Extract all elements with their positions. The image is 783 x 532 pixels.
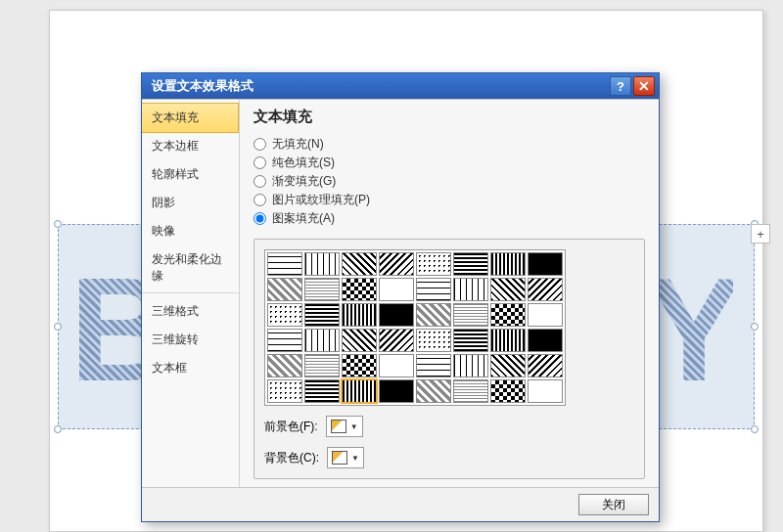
pattern-swatch[interactable] [342, 303, 377, 327]
pattern-swatch[interactable] [453, 379, 488, 403]
close-icon[interactable]: ✕ [633, 76, 655, 96]
pattern-swatch[interactable] [528, 252, 563, 276]
pattern-swatch[interactable] [267, 329, 302, 352]
pattern-swatch[interactable] [379, 278, 414, 301]
fill-option-label: 渐变填充(G) [272, 173, 336, 190]
radio-gradient[interactable] [253, 175, 266, 188]
add-textbox-button[interactable]: + [751, 224, 770, 244]
fill-options: 无填充(N)纯色填充(S)渐变填充(G)图片或纹理填充(P)图案填充(A) [253, 134, 645, 229]
radio-none[interactable] [253, 138, 266, 151]
pattern-swatch[interactable] [304, 303, 340, 327]
pattern-swatch[interactable] [490, 303, 526, 327]
pattern-swatch[interactable] [528, 303, 563, 327]
pattern-swatch[interactable] [453, 278, 488, 301]
sidebar-item[interactable]: 文本填充 [142, 103, 239, 133]
pattern-swatch[interactable] [528, 278, 563, 301]
pattern-swatch[interactable] [304, 354, 340, 377]
help-button[interactable]: ? [610, 76, 631, 96]
pattern-panel: 前景色(F): ▼ 背景色(C): ▼ [253, 239, 645, 479]
radio-picture[interactable] [253, 194, 266, 206]
radio-pattern[interactable] [253, 212, 266, 225]
foreground-color-button[interactable]: ▼ [326, 416, 363, 437]
pattern-swatch[interactable] [267, 303, 302, 327]
chevron-down-icon: ▼ [350, 422, 358, 431]
pattern-swatch[interactable] [304, 252, 340, 276]
pattern-swatch[interactable] [342, 329, 377, 352]
pattern-swatch[interactable] [490, 354, 526, 377]
fill-option-none[interactable]: 无填充(N) [253, 136, 645, 153]
pattern-swatch[interactable] [379, 303, 414, 327]
fill-option-gradient[interactable]: 渐变填充(G) [253, 173, 645, 190]
resize-handle[interactable] [54, 425, 62, 433]
sidebar-item[interactable]: 阴影 [142, 189, 239, 217]
content-pane: 文本填充 无填充(N)纯色填充(S)渐变填充(G)图片或纹理填充(P)图案填充(… [240, 100, 659, 487]
fill-option-pattern[interactable]: 图案填充(A) [253, 210, 645, 227]
pattern-swatch[interactable] [453, 354, 488, 377]
pattern-swatch[interactable] [453, 329, 488, 352]
pattern-swatch[interactable] [379, 354, 414, 377]
pattern-swatch[interactable] [528, 329, 563, 352]
pattern-swatch[interactable] [416, 303, 451, 327]
sidebar-item[interactable]: 轮廓样式 [142, 160, 239, 189]
pattern-swatch[interactable] [528, 379, 563, 403]
workspace: B Y + 设置文本效果格式 ? ✕ 文本填充文本边框轮廓样式阴影映像发光和柔化… [0, 0, 783, 532]
sidebar-item[interactable]: 发光和柔化边缘 [142, 245, 239, 293]
sidebar-item[interactable]: 文本边框 [142, 132, 239, 160]
radio-solid[interactable] [253, 156, 266, 169]
pattern-swatch[interactable] [379, 252, 414, 276]
pattern-swatch[interactable] [490, 278, 526, 301]
pattern-swatch[interactable] [267, 278, 302, 301]
fill-option-solid[interactable]: 纯色填充(S) [253, 155, 645, 171]
pattern-swatch[interactable] [379, 379, 414, 403]
pattern-swatch[interactable] [416, 252, 451, 276]
panel-heading: 文本填充 [253, 108, 645, 126]
sidebar-item[interactable]: 映像 [142, 217, 239, 245]
pattern-swatch[interactable] [416, 329, 451, 352]
fill-option-label: 纯色填充(S) [272, 155, 335, 171]
pattern-swatch[interactable] [342, 354, 377, 377]
format-text-effects-dialog: 设置文本效果格式 ? ✕ 文本填充文本边框轮廓样式阴影映像发光和柔化边缘三维格式… [141, 72, 660, 522]
pattern-swatch[interactable] [342, 252, 377, 276]
sidebar-item[interactable]: 三维旋转 [142, 326, 239, 354]
bucket-icon [332, 451, 347, 465]
pattern-swatch[interactable] [490, 329, 526, 352]
pattern-swatch[interactable] [267, 252, 302, 276]
pattern-swatch[interactable] [379, 329, 414, 352]
close-button[interactable]: 关闭 [578, 494, 649, 515]
category-sidebar: 文本填充文本边框轮廓样式阴影映像发光和柔化边缘三维格式三维旋转文本框 [142, 100, 240, 487]
pattern-swatch[interactable] [304, 329, 340, 352]
pattern-swatch[interactable] [267, 354, 302, 377]
pattern-swatch[interactable] [416, 354, 451, 377]
dialog-footer: 关闭 [142, 487, 659, 521]
pattern-swatch[interactable] [416, 379, 451, 403]
pattern-swatch[interactable] [528, 354, 563, 377]
fill-option-picture[interactable]: 图片或纹理填充(P) [253, 192, 645, 208]
pattern-swatch[interactable] [490, 252, 526, 276]
pattern-swatch-grid [264, 249, 566, 406]
resize-handle[interactable] [751, 425, 759, 433]
pattern-swatch[interactable] [304, 278, 340, 301]
pattern-swatch[interactable] [416, 278, 451, 301]
background-label: 背景色(C): [264, 450, 319, 466]
sidebar-item[interactable]: 文本框 [142, 354, 239, 382]
fill-option-label: 图案填充(A) [272, 210, 335, 227]
resize-handle[interactable] [751, 323, 759, 331]
pattern-swatch[interactable] [304, 379, 340, 403]
pattern-swatch[interactable] [342, 278, 377, 301]
pattern-swatch[interactable] [342, 379, 377, 403]
pattern-swatch[interactable] [490, 379, 526, 403]
fill-option-label: 图片或纹理填充(P) [272, 192, 370, 208]
background-color-button[interactable]: ▼ [327, 447, 364, 468]
bucket-icon [331, 420, 346, 433]
pattern-swatch[interactable] [453, 303, 488, 327]
dialog-body: 文本填充文本边框轮廓样式阴影映像发光和柔化边缘三维格式三维旋转文本框 文本填充 … [142, 99, 659, 487]
background-color-row: 背景色(C): ▼ [264, 447, 634, 468]
pattern-swatch[interactable] [453, 252, 488, 276]
resize-handle[interactable] [54, 323, 62, 331]
dialog-title: 设置文本效果格式 [152, 77, 608, 95]
sidebar-item[interactable]: 三维格式 [142, 297, 239, 326]
resize-handle[interactable] [54, 220, 62, 228]
chevron-down-icon: ▼ [351, 454, 359, 463]
pattern-swatch[interactable] [267, 379, 302, 403]
dialog-titlebar[interactable]: 设置文本效果格式 ? ✕ [142, 73, 659, 99]
